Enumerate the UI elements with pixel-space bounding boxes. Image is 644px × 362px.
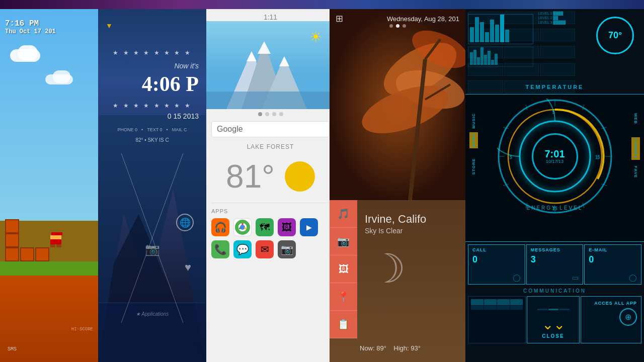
core-time-display: 7:01 — [544, 149, 565, 159]
messages-value: 3 — [531, 254, 536, 265]
brick-block-3 — [35, 247, 49, 261]
mario-character — [50, 232, 62, 247]
google-logo: Google — [217, 125, 243, 133]
label-news: NEWS — [469, 132, 478, 148]
temperature-row: 81° — [206, 150, 335, 203]
sky-condition: Sky Is Clear — [365, 227, 460, 235]
grid-icon[interactable]: ⊞ — [336, 13, 343, 24]
close-panel[interactable]: ⌄⌄ CLOSE — [527, 296, 580, 343]
access-all-apps-label: ACCES ALL APP — [594, 301, 637, 306]
weather-info: Irvine, Califo Sky Is Clear — [360, 208, 465, 240]
access-panel[interactable]: ACCES ALL APP ⊕ — [581, 296, 641, 343]
access-circle-icon: ⊕ — [619, 308, 637, 326]
label-web: WEB — [631, 112, 640, 125]
hero-landscape-image: ☀ — [206, 21, 335, 109]
panel-irvine-weather: ⊞ Wednesday, Aug 28, 201 🎵 📷 🖼 📍 📋 Irvin… — [330, 9, 465, 362]
bar-chart-2 — [468, 47, 533, 67]
wifi-icon: ▼ — [106, 22, 113, 30]
app-messaging[interactable]: 💬 — [233, 240, 252, 258]
high-temp: High: 93° — [393, 344, 421, 352]
app-gmail[interactable]: ✉ — [256, 240, 274, 258]
stars-bottom: ★ ★ ★ ★ ★ ★ ★ ★ — [98, 102, 206, 109]
temperature-details: Now: 89° High: 93° — [360, 344, 421, 352]
score-display: HI-SCORE — [71, 327, 93, 332]
sidebar-icon-clipboard[interactable]: 📋 — [330, 311, 357, 338]
sun-circle-icon — [285, 161, 315, 192]
date-text: Thu Oct 17 201 — [5, 28, 56, 35]
close-button-label: CLOSE — [542, 333, 564, 339]
temperature-circle: 70° — [596, 17, 634, 54]
bottom-action-panels: ⌄⌄ CLOSE ACCES ALL APP ⊕ — [465, 295, 644, 345]
brick-block-1 — [5, 247, 19, 261]
app-icons-grid: 🎧 🗺 🖼 ▶ — [211, 218, 330, 236]
sidebar-icon-location[interactable]: 📍 — [330, 283, 357, 311]
big-time-display: 4:06 P — [98, 72, 206, 96]
status-time: 1:11 — [206, 9, 335, 21]
sidebar-icon-music[interactable]: 🎵 — [330, 200, 357, 228]
temperature-value: 81° — [226, 158, 275, 195]
app-chrome[interactable] — [233, 218, 252, 236]
time-display: 7:16 PM Thu Oct 17 201 — [5, 19, 56, 35]
label-music: MUSIC — [469, 112, 478, 130]
app-headphones[interactable]: 🎧 — [211, 218, 229, 236]
sidebar-icon-photo[interactable]: 🖼 — [330, 255, 357, 283]
communication-section-label: COMMUNICATION — [465, 288, 644, 294]
email-panel[interactable]: E-MAIL 0 ◯ — [584, 244, 641, 285]
mail-label: MAIL C — [172, 127, 187, 132]
sky-background — [0, 9, 98, 220]
dot-4 — [279, 112, 283, 116]
bar-chart — [468, 14, 533, 44]
page-dots — [206, 109, 335, 119]
svg-rect-14 — [206, 92, 335, 109]
messages-label: MESSAGES — [531, 247, 560, 252]
now-temp: Now: 89° — [360, 344, 386, 352]
svg-text:15: 15 — [595, 155, 600, 160]
page-dot-1 — [389, 24, 393, 28]
stars-top: ★ ★ ★ ★ ★ ★ ★ ★ — [98, 49, 206, 56]
app-phone[interactable]: 📞 — [211, 240, 229, 258]
close-decoration — [527, 299, 579, 319]
moon-icon: ☽ — [370, 245, 406, 292]
panel-mountain-lockscreen: ▼ ★ ★ ★ ★ ★ ★ ★ ★ Now it's 4:06 P ★ ★ ★ … — [98, 9, 206, 362]
dot-2 — [265, 112, 269, 116]
dot-3 — [272, 112, 276, 116]
sun-icon-hero: ☀ — [309, 29, 322, 45]
label-store: STORE — [469, 157, 478, 175]
brick-block-5 — [5, 219, 19, 233]
label-camera: CAMERA — [631, 137, 640, 160]
core-date-display: 10/17/13 — [546, 159, 564, 164]
city-name: Irvine, Califo — [365, 213, 460, 226]
left-hud-panel — [468, 296, 526, 343]
date-display: Wednesday, Aug 28, 201 — [387, 15, 459, 23]
phone-label: PHONE 0 — [118, 127, 138, 132]
brick-block-2 — [20, 247, 34, 261]
call-value: 0 — [472, 254, 477, 265]
page-dot-2 — [396, 24, 399, 28]
apps-section: APPS 🎧 🗺 🖼 ▶ 📞 💬 ✉ 📷 — [206, 203, 335, 263]
messages-panel[interactable]: MESSAGES 3 ▭ — [526, 244, 584, 285]
cloud-2 — [18, 45, 38, 60]
app-unknown[interactable]: ▶ — [300, 218, 318, 236]
top-gradient-bar — [0, 0, 644, 9]
x-lines-svg — [98, 150, 206, 326]
grass — [0, 261, 98, 276]
app-camera[interactable]: 📷 — [278, 240, 296, 258]
google-search-bar[interactable]: Google — [211, 121, 330, 137]
sidebar-icon-camera[interactable]: 📷 — [330, 228, 357, 255]
autumn-leaves-image — [330, 9, 465, 200]
temp-value: 70° — [608, 30, 622, 41]
svg-point-17 — [240, 225, 245, 230]
panel-ironman-hud: LEVEL 1 ████ LEVEL 2 ██ LEVEL 3 █████ 70… — [465, 9, 644, 362]
call-icon: ◯ — [513, 274, 521, 282]
label-fave: FAVE — [631, 165, 640, 179]
app-maps[interactable]: 🗺 — [256, 218, 274, 236]
call-panel[interactable]: CALL 0 ◯ — [468, 244, 525, 285]
info-bar: PHONE 0 • TEXT 0 • MAIL C — [98, 127, 206, 132]
dot-separator-1: • — [141, 127, 143, 132]
heart-icon[interactable]: ♥ — [185, 261, 191, 274]
camera-icon[interactable]: 📷 — [145, 242, 160, 256]
app-photos[interactable]: 🖼 — [278, 218, 296, 236]
globe-icon[interactable]: 🌐 — [176, 214, 194, 231]
app-icons-row2: 📞 💬 ✉ 📷 — [211, 240, 330, 258]
sidebar-icons: 🎵 📷 🖼 📍 📋 — [330, 200, 357, 338]
